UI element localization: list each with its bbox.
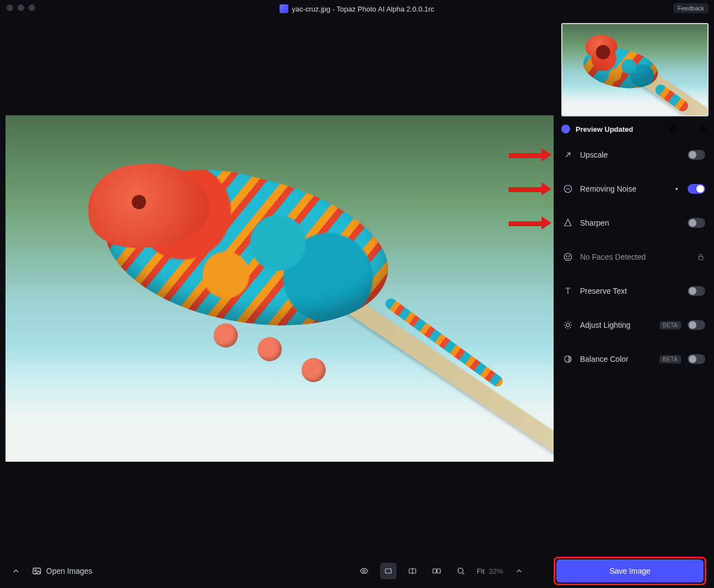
svg-point-6 xyxy=(566,323,570,327)
fit-value: 32% xyxy=(489,567,503,575)
beta-badge: BETA xyxy=(660,355,681,363)
svg-point-4 xyxy=(569,256,570,257)
option-label: Preserve Text xyxy=(580,287,681,295)
view-side-by-side-button[interactable] xyxy=(428,563,445,579)
svg-point-15 xyxy=(458,568,463,573)
window-title: yac-cruz.jpg - Topaz Photo AI Alpha 2.0.… xyxy=(292,5,434,13)
zoom-window-icon[interactable] xyxy=(29,4,35,11)
svg-rect-13 xyxy=(433,569,436,573)
bottombar: Open Images Fit 32% Save Image xyxy=(0,554,714,588)
removing-noise-toggle[interactable] xyxy=(688,184,705,194)
view-split-button[interactable] xyxy=(404,563,421,579)
upscale-icon xyxy=(562,149,573,160)
beta-badge: BETA xyxy=(660,321,681,329)
svg-rect-5 xyxy=(699,256,703,260)
expand-icon[interactable] xyxy=(683,124,693,134)
zoom-chevron-up-button[interactable] xyxy=(511,563,527,579)
chevron-up-button[interactable] xyxy=(8,563,24,579)
option-preserve-text[interactable]: Preserve Text xyxy=(561,278,709,304)
open-images-button[interactable]: Open Images xyxy=(32,566,92,576)
eye-icon[interactable] xyxy=(356,563,372,579)
zoom-icon[interactable] xyxy=(453,563,469,579)
option-label: Adjust Lighting xyxy=(580,321,653,329)
color-icon xyxy=(562,354,573,365)
option-removing-noise[interactable]: Removing Noise xyxy=(561,176,709,202)
preserve-text-toggle[interactable] xyxy=(688,286,705,296)
preview-status-label: Preview Updated xyxy=(576,125,633,133)
crop-icon[interactable] xyxy=(668,124,678,134)
option-label: Balance Color xyxy=(580,355,653,363)
svg-rect-11 xyxy=(386,569,392,573)
view-single-button[interactable] xyxy=(380,563,397,579)
face-icon xyxy=(562,251,573,262)
open-images-label: Open Images xyxy=(46,567,92,575)
option-label: Upscale xyxy=(580,150,681,159)
svg-point-3 xyxy=(566,256,567,257)
text-icon xyxy=(562,285,573,296)
preview-status-row: Preview Updated xyxy=(561,124,709,134)
option-adjust-lighting[interactable]: Adjust Lighting BETA xyxy=(561,312,709,338)
window-controls xyxy=(7,4,35,11)
image-chameleon-foot xyxy=(258,337,282,361)
sharpen-toggle[interactable] xyxy=(688,218,705,228)
image-chameleon-foot xyxy=(302,358,326,382)
svg-point-2 xyxy=(564,253,572,261)
zoom-fit-label[interactable]: Fit 32% xyxy=(477,567,503,575)
preview-thumbnail[interactable] xyxy=(561,23,709,116)
upscale-toggle[interactable] xyxy=(688,150,705,160)
noise-icon xyxy=(562,183,573,194)
sharpen-icon xyxy=(562,217,573,228)
svg-rect-14 xyxy=(437,569,440,573)
titlebar: yac-cruz.jpg - Topaz Photo AI Alpha 2.0.… xyxy=(0,0,714,18)
main-area: Preview Updated Upscale xyxy=(0,18,714,554)
option-upscale[interactable]: Upscale xyxy=(561,142,709,168)
circle-icon[interactable] xyxy=(699,124,709,134)
status-dot-icon xyxy=(561,125,570,133)
app-icon xyxy=(280,4,288,13)
balance-color-toggle[interactable] xyxy=(688,354,705,364)
svg-point-9 xyxy=(35,570,36,572)
svg-point-0 xyxy=(700,126,707,132)
feedback-button[interactable]: Feedback xyxy=(673,3,709,13)
side-panel: Preview Updated Upscale xyxy=(561,23,709,554)
close-window-icon[interactable] xyxy=(7,4,13,11)
minimize-window-icon[interactable] xyxy=(18,4,24,11)
image-canvas xyxy=(5,115,554,462)
image-chameleon-foot xyxy=(214,323,238,348)
svg-point-10 xyxy=(363,570,365,572)
option-faces: No Faces Detected xyxy=(561,244,709,270)
option-label: No Faces Detected xyxy=(580,253,690,261)
option-label: Sharpen xyxy=(580,219,681,227)
lock-icon xyxy=(696,253,705,261)
option-label: Removing Noise xyxy=(580,184,669,193)
svg-point-1 xyxy=(564,185,572,193)
lighting-icon xyxy=(562,320,573,331)
fit-word: Fit xyxy=(477,567,484,575)
adjust-lighting-toggle[interactable] xyxy=(688,320,705,330)
image-chameleon-eye xyxy=(132,195,146,209)
image-viewport[interactable] xyxy=(5,23,554,554)
option-balance-color[interactable]: Balance Color BETA xyxy=(561,346,709,372)
save-image-button[interactable]: Save Image xyxy=(556,559,704,583)
annotation-save-highlight: Save Image xyxy=(554,557,706,585)
option-sharpen[interactable]: Sharpen xyxy=(561,210,709,236)
active-indicator-icon xyxy=(676,188,678,190)
